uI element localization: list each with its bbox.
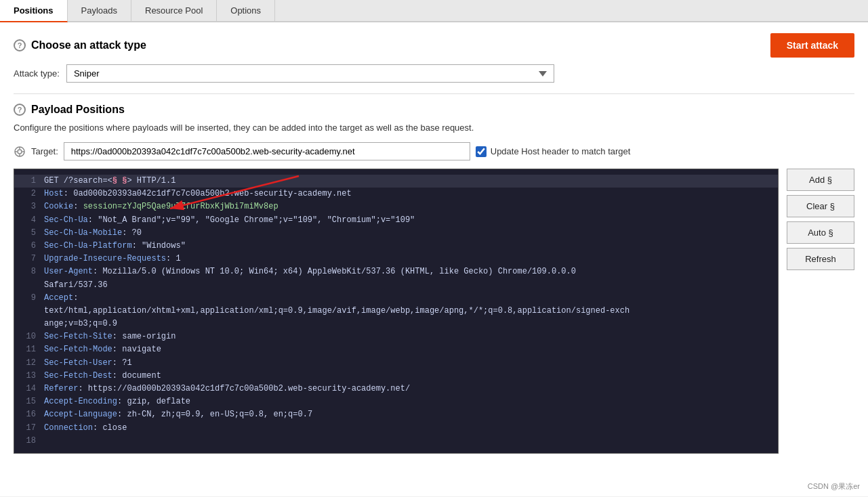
target-input[interactable]	[64, 142, 470, 160]
request-line-9b: text/html,application/xhtml+xml,applicat…	[14, 305, 778, 318]
tab-positions[interactable]: Positions	[0, 0, 68, 22]
update-host-checkbox[interactable]	[476, 146, 487, 157]
request-line-9: 9 Accept:	[14, 292, 778, 305]
watermark: CSDN @果冻er	[808, 481, 860, 492]
request-line-8b: Safari/537.36	[14, 279, 778, 292]
request-line-8: 8 User-Agent: Mozilla/5.0 (Windows NT 10…	[14, 265, 778, 278]
update-host-label: Update Host header to match target	[491, 146, 631, 156]
attack-type-header: ? Choose an attack type Start attack	[14, 33, 854, 58]
request-line-18: 18	[14, 435, 778, 448]
request-line-4: 4 Sec-Ch-Ua: "Not_A Brand";v="99", "Goog…	[14, 214, 778, 227]
request-line-15: 15 Accept-Encoding: gzip, deflate	[14, 395, 778, 408]
tab-options[interactable]: Options	[217, 0, 275, 21]
target-icon[interactable]	[14, 146, 26, 158]
auto-button[interactable]: Auto §	[787, 221, 854, 244]
payload-positions-section: ? Payload Positions Configure the positi…	[14, 104, 854, 454]
request-line-17: 17 Connection: close	[14, 422, 778, 435]
attack-type-label: Attack type:	[14, 68, 60, 79]
sidebar-buttons: Add § Clear § Auto § Refresh	[787, 169, 854, 274]
request-line-1: 1 GET /?search=<§ §> HTTP/1.1	[14, 175, 778, 188]
request-line-9c: ange;v=b3;q=0.9	[14, 318, 778, 330]
request-line-2: 2 Host: 0ad000b20393a042c1df7c7c00a500b2…	[14, 188, 778, 200]
add-button[interactable]: Add §	[787, 169, 854, 191]
request-editor[interactable]: 1 GET /?search=<§ §> HTTP/1.1 2 Host: 0a…	[14, 169, 779, 454]
attack-type-title-row: ? Choose an attack type	[14, 39, 146, 51]
request-line-7: 7 Upgrade-Insecure-Requests: 1	[14, 253, 778, 265]
help-icon-payload[interactable]: ?	[14, 104, 26, 116]
request-line-14: 14 Referer: https://0ad000b20393a042c1df…	[14, 383, 778, 395]
request-line-6: 6 Sec-Ch-Ua-Platform: "Windows"	[14, 240, 778, 253]
target-row: Target: Update Host header to match targ…	[14, 142, 854, 160]
main-content: ? Choose an attack type Start attack Att…	[0, 22, 868, 496]
request-line-13: 13 Sec-Fetch-Dest: document	[14, 370, 778, 383]
clear-button[interactable]: Clear §	[787, 195, 854, 217]
payload-positions-title-row: ? Payload Positions	[14, 104, 854, 116]
help-icon-attack[interactable]: ?	[14, 39, 26, 51]
payload-positions-desc: Configure the positions where payloads w…	[14, 123, 854, 133]
refresh-button[interactable]: Refresh	[787, 248, 854, 270]
attack-type-row: Attack type: Sniper Battering ram Pitchf…	[14, 64, 854, 83]
request-line-11: 11 Sec-Fetch-Mode: navigate	[14, 343, 778, 356]
request-line-16: 16 Accept-Language: zh-CN, zh;q=0.9, en-…	[14, 408, 778, 421]
attack-type-title: Choose an attack type	[31, 39, 146, 51]
divider-1	[14, 93, 854, 94]
attack-type-select[interactable]: Sniper Battering ram Pitchfork Cluster b…	[66, 64, 554, 83]
svg-point-1	[18, 150, 22, 154]
request-line-5: 5 Sec-Ch-Ua-Mobile: ?0	[14, 227, 778, 240]
request-line-10: 10 Sec-Fetch-Site: same-origin	[14, 330, 778, 343]
tab-bar: Positions Payloads Resource Pool Options	[0, 0, 868, 22]
payload-area-wrapper: 1 GET /?search=<§ §> HTTP/1.1 2 Host: 0a…	[14, 169, 854, 454]
tab-payloads[interactable]: Payloads	[68, 0, 131, 21]
target-label: Target:	[31, 146, 58, 156]
start-attack-button[interactable]: Start attack	[770, 33, 854, 58]
update-host-row: Update Host header to match target	[476, 146, 631, 157]
request-line-3: 3 Cookie: session=zYJqP5Qae9uTZfurRbxKjW…	[14, 200, 778, 213]
payload-positions-title: Payload Positions	[31, 104, 125, 116]
tab-resource-pool[interactable]: Resource Pool	[131, 0, 217, 21]
request-line-12: 12 Sec-Fetch-User: ?1	[14, 357, 778, 370]
